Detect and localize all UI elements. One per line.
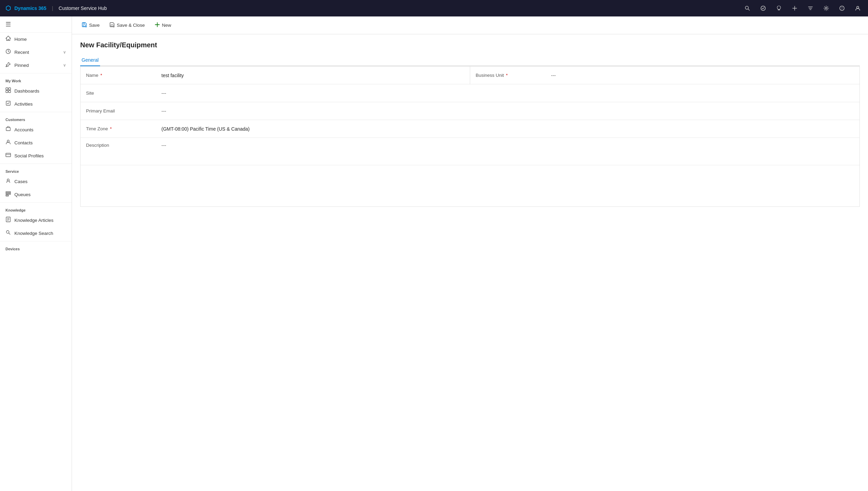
sidebar-item-activities-label: Activities [14,101,66,107]
field-value-businessunit[interactable]: --- [546,67,859,84]
field-label-timezone: Time Zone * [81,120,156,137]
field-value-timezone[interactable]: (GMT-08:00) Pacific Time (US & Canada) [156,120,859,137]
sidebar-item-pinned[interactable]: Pinned ∨ [0,59,72,72]
settings-icon[interactable] [821,3,831,13]
businessunit-value: --- [551,73,556,78]
section-label-service: Service [0,165,72,175]
sidebar-item-social-profiles-label: Social Profiles [14,153,66,158]
field-value-primaryemail[interactable]: --- [156,102,859,120]
user-icon[interactable] [853,3,863,13]
field-value-name[interactable] [156,67,470,84]
sidebar-item-pinned-label: Pinned [14,63,60,68]
svg-rect-25 [6,193,11,194]
main-content: Save Save & Close New New Facility/Equip… [72,16,868,491]
svg-rect-21 [6,153,11,157]
sidebar-divider-4 [0,202,72,203]
svg-point-23 [7,179,9,181]
field-label-description: Description [81,138,156,165]
svg-rect-34 [83,23,85,24]
description-label-text: Description [86,143,109,148]
timezone-value: (GMT-08:00) Pacific Time (US & Canada) [161,126,250,132]
timezone-label-text: Time Zone [86,126,108,131]
sidebar-item-dashboards[interactable]: Dashboards [0,84,72,97]
sidebar-item-accounts-label: Accounts [14,127,66,132]
businessunit-label-text: Business Unit [476,73,504,78]
form-row-primaryemail: Primary Email --- [81,102,859,120]
new-label: New [162,23,171,28]
activities-icon [5,100,11,107]
site-label-text: Site [86,91,94,96]
sidebar-item-knowledge-search-label: Knowledge Search [14,231,66,236]
field-label-site: Site [81,84,156,102]
sidebar-item-contacts[interactable]: Contacts [0,136,72,149]
sidebar-item-recent[interactable]: Recent ∨ [0,46,72,59]
name-input[interactable] [161,73,464,78]
save-button[interactable]: Save [77,20,104,31]
section-label-devices: Devices [0,243,72,252]
primaryemail-value: --- [161,108,166,114]
svg-rect-35 [111,25,113,26]
form-row-description: Description --- [81,138,859,165]
svg-rect-18 [6,101,10,105]
save-icon [82,22,87,28]
sidebar-header: ☰ [0,16,72,33]
sidebar: ☰ Home Recent ∨ Pinned ∨ My Work [0,16,72,491]
pinned-chevron-icon: ∨ [63,63,66,68]
sidebar-item-knowledge-search[interactable]: Knowledge Search [0,227,72,240]
dashboards-icon [5,87,11,94]
svg-rect-33 [83,25,85,26]
svg-point-9 [826,8,827,9]
sidebar-item-accounts[interactable]: Accounts [0,123,72,136]
businessunit-required-star: * [506,73,508,78]
sidebar-item-cases[interactable]: Cases [0,175,72,188]
hamburger-icon[interactable]: ☰ [5,21,11,28]
cases-icon [5,178,11,185]
sidebar-item-home-label: Home [14,37,66,42]
sidebar-item-knowledge-articles[interactable]: Knowledge Articles [0,214,72,227]
search-icon[interactable] [743,3,752,13]
accounts-icon [5,126,11,133]
brand-name: Dynamics 365 [14,5,46,11]
svg-point-12 [857,7,859,9]
top-navigation: ⬡ Dynamics 365 | Customer Service Hub ? [0,0,868,16]
sidebar-item-knowledge-articles-label: Knowledge Articles [14,218,66,223]
save-close-button[interactable]: Save & Close [105,20,149,31]
description-value: --- [161,143,166,148]
brand-area: ⬡ Dynamics 365 | Customer Service Hub [5,4,107,12]
field-label-name: Name * [81,67,156,84]
checkmark-circle-icon[interactable] [758,3,768,13]
queues-icon [5,191,11,198]
svg-rect-24 [6,192,11,193]
svg-rect-26 [6,195,9,196]
knowledge-articles-icon [5,217,11,224]
help-icon[interactable]: ? [837,3,847,13]
new-button[interactable]: New [150,20,175,31]
app-body: ☰ Home Recent ∨ Pinned ∨ My Work [0,16,868,491]
field-label-primaryemail: Primary Email [81,102,156,120]
timezone-required-star: * [110,126,112,131]
recent-icon [5,49,11,56]
sidebar-item-activities[interactable]: Activities [0,97,72,110]
home-icon [5,36,11,43]
sidebar-divider-1 [0,73,72,73]
new-plus-icon [155,22,160,28]
lightbulb-icon[interactable] [774,3,784,13]
save-close-icon [109,22,115,28]
svg-rect-17 [9,91,11,93]
field-value-description[interactable]: --- [156,138,859,165]
knowledge-search-icon [5,230,11,237]
site-value: --- [161,91,166,96]
contacts-icon [5,139,11,146]
sidebar-item-queues[interactable]: Queues [0,188,72,201]
svg-line-32 [9,233,10,235]
sidebar-item-social-profiles[interactable]: Social Profiles [0,149,72,162]
sidebar-item-home[interactable]: Home [0,33,72,46]
tab-general[interactable]: General [80,55,100,66]
sidebar-divider-3 [0,164,72,164]
section-label-mywork: My Work [0,75,72,84]
pinned-icon [5,62,11,69]
plus-icon[interactable] [790,3,799,13]
field-value-site[interactable]: --- [156,84,859,102]
filter-icon[interactable] [806,3,815,13]
dynamics-logo: ⬡ [5,4,11,12]
